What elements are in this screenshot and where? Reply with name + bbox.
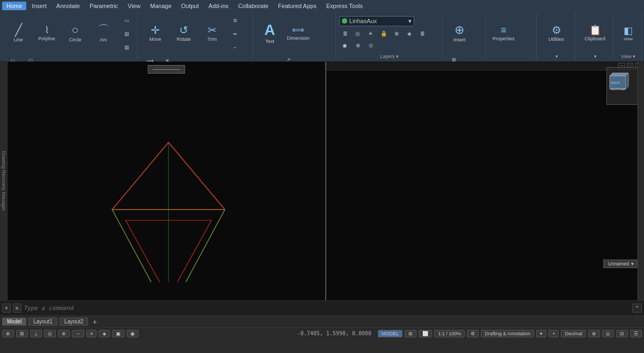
rotate-tool[interactable]: ↺ Rotate: [170, 14, 197, 53]
layout1-tab[interactable]: Layout1: [28, 318, 57, 326]
layer-tool-1[interactable]: ≣: [339, 28, 351, 39]
transparency-btn[interactable]: ◈: [99, 330, 110, 337]
command-options-btn[interactable]: ≡: [13, 304, 21, 313]
text-tool[interactable]: A Text: [256, 14, 284, 53]
model-tab[interactable]: Model: [2, 318, 26, 326]
drawing-recovery-panel[interactable]: Drawing Recovery Manager: [0, 62, 8, 300]
menu-view[interactable]: View: [123, 2, 145, 10]
move-tool[interactable]: ✛ Move: [141, 14, 169, 53]
3d-cube-navigator[interactable]: BACK BOTTOM W: [606, 67, 639, 105]
snap-btn[interactable]: ⊕: [2, 330, 14, 337]
layer-tools: ≣ ◎ ☀ 🔒 ⊕ ◈ ≣ ◉ ⊗ ⊙: [339, 28, 440, 51]
layer-icon-9: ⊗: [356, 42, 360, 48]
dimension-tool[interactable]: ⟺ Dimension: [284, 14, 312, 53]
workspace-expand-btn[interactable]: ▾: [536, 330, 546, 337]
layer-icon-10: ⊙: [369, 42, 373, 48]
isolate-btn[interactable]: ◎: [602, 330, 614, 337]
viewport-left[interactable]: ────────: [8, 62, 326, 300]
layers-group-label: Layers ▾: [380, 53, 399, 59]
layer-tool-9[interactable]: ⊗: [352, 40, 364, 51]
menu-addins[interactable]: Add-ins: [204, 2, 233, 10]
properties-tool[interactable]: ≡ Properties: [489, 14, 517, 53]
layer-tool-8[interactable]: ◉: [339, 40, 351, 51]
layer-icon-4: 🔒: [380, 31, 387, 37]
utilities-expand-icon[interactable]: ▾: [555, 54, 558, 59]
copy-tool[interactable]: ⧉: [226, 14, 244, 27]
settings-gear-btn[interactable]: ⚙: [467, 330, 479, 337]
layer-tool-6[interactable]: ◈: [404, 28, 415, 39]
polar-btn[interactable]: ◎: [44, 330, 56, 337]
cube-svg: BACK BOTTOM: [607, 68, 634, 95]
polyline-tool[interactable]: ⌇ Polyline: [33, 14, 61, 53]
scale-display-btn[interactable]: 1:1 / 100%: [434, 330, 465, 337]
layer-tool-3[interactable]: ☀: [365, 28, 377, 39]
command-input[interactable]: [24, 305, 630, 312]
menu-express[interactable]: Express Tools: [322, 2, 367, 10]
ribbon-content: ╱ Line ⌇ Polyline ○ Circle ⌒ Arc: [0, 12, 644, 61]
layer-tool-5[interactable]: ⊕: [391, 28, 402, 39]
add-tab-btn[interactable]: +: [90, 318, 99, 326]
unnamed-label: Unnamed ▾: [603, 260, 639, 268]
svg-line-10: [169, 142, 225, 210]
line-tool[interactable]: ╱ Line: [4, 14, 32, 53]
units-btn[interactable]: Decimal: [561, 330, 586, 337]
layer-icon-5: ⊕: [394, 31, 399, 37]
add-workspace-btn[interactable]: +: [548, 330, 559, 337]
hatch-tool[interactable]: ▤: [118, 27, 135, 40]
menu-collaborate[interactable]: Collaborate: [234, 2, 273, 10]
svg-text:BACK: BACK: [611, 81, 620, 84]
menu-insert[interactable]: Insert: [27, 2, 51, 10]
menu-featured[interactable]: Featured Apps: [274, 2, 321, 10]
layers-expand-icon[interactable]: ▾: [396, 54, 399, 59]
lineweight-btn[interactable]: ≡: [86, 330, 97, 337]
layer-dropdown[interactable]: LinhasAux ▾: [339, 16, 414, 26]
selection-btn[interactable]: ▣: [112, 330, 125, 337]
command-close-btn[interactable]: ×: [2, 304, 11, 313]
annotation-scale-btn[interactable]: ⊕: [588, 330, 600, 337]
viewport-right[interactable]: ─ □ ×: [326, 62, 644, 300]
menu-parametric[interactable]: Parametric: [85, 2, 122, 10]
workspace-btn[interactable]: Drafting & Annotation: [481, 330, 534, 337]
menu-annotate[interactable]: Annotate: [52, 2, 84, 10]
menu-home[interactable]: Home: [2, 2, 26, 10]
circle-tool[interactable]: ○ Circle: [61, 14, 89, 53]
menu-output[interactable]: Output: [177, 2, 203, 10]
clipboard-tool[interactable]: 📋 Clipboard: [581, 14, 609, 53]
insert-block-tool[interactable]: ⊕ Insert: [445, 14, 473, 53]
arc-tool[interactable]: ⌒ Arc: [90, 14, 118, 53]
utilities-tool[interactable]: ⚙ Utilities: [543, 14, 570, 53]
rectangle-tool[interactable]: ▭: [118, 14, 135, 27]
layer-tool-2[interactable]: ◎: [352, 28, 364, 39]
coordinates-display: -0.7405, 1.5990, 0.0000: [293, 330, 376, 336]
ui-btn[interactable]: ⊟: [616, 330, 628, 337]
layer-tool-4[interactable]: 🔒: [378, 28, 390, 39]
view-expand-icon[interactable]: ▾: [633, 54, 635, 59]
osnap-btn[interactable]: ⊛: [58, 330, 70, 337]
menu-manage[interactable]: Manage: [146, 2, 176, 10]
command-expand-btn[interactable]: ⌃: [632, 304, 642, 313]
grid-btn[interactable]: ⊞: [16, 330, 28, 337]
dwg-btn[interactable]: ◉: [127, 330, 138, 337]
trim-tool[interactable]: ✂ Trim: [198, 14, 226, 53]
clipboard-expand-icon[interactable]: ▾: [594, 54, 597, 59]
command-bar: × ≡ ⌃: [0, 300, 644, 315]
layer-tool-7[interactable]: ≣: [416, 28, 428, 39]
fillet-tool[interactable]: ⌐: [226, 41, 244, 54]
line-icon: ╱: [15, 24, 22, 36]
mirror-tool[interactable]: ⇔: [226, 27, 244, 40]
hardware-btn[interactable]: ⬜: [419, 330, 432, 337]
layout2-tab[interactable]: Layout2: [60, 318, 89, 326]
layer-tool-10[interactable]: ⊙: [365, 40, 377, 51]
viewport-toggle-btn[interactable]: ⊞: [405, 330, 416, 337]
view-group-label: View ▾: [621, 53, 635, 59]
layer-dropdown-arrow: ▾: [408, 18, 412, 25]
gradient-tool[interactable]: ▨: [118, 41, 135, 54]
right-scrollbar[interactable]: [638, 62, 644, 300]
view-tool[interactable]: ◧ View: [614, 14, 642, 53]
model-mode-btn[interactable]: MODEL: [378, 330, 402, 337]
layer-icon-7: ≣: [420, 31, 425, 37]
customize-btn[interactable]: ☰: [630, 330, 642, 337]
viewport-right-titlebar: ─ □ ×: [326, 62, 644, 70]
otrack-btn[interactable]: ↔: [72, 330, 84, 337]
ortho-btn[interactable]: ⊥: [30, 330, 42, 337]
